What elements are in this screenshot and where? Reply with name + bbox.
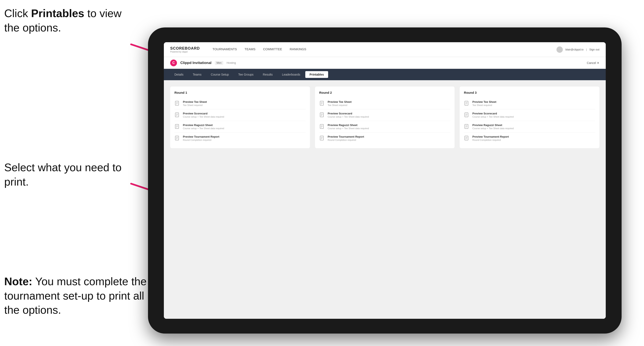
- round-3-scorecard[interactable]: Preview Scorecard Course setup + Tee She…: [464, 109, 595, 121]
- round-2-tee-sheet-sub: Tee Sheet required: [328, 104, 352, 106]
- top-annotation: Click Printables to view the options.: [4, 6, 127, 35]
- round-2-raguzzi-title: Preview Raguzzi Sheet: [328, 124, 369, 127]
- printables-bold: Printables: [31, 7, 84, 19]
- round-1-raguzzi-sub: Course setup + Tee Sheet data required: [183, 127, 224, 130]
- round-1-tee-sheet[interactable]: Preview Tee Sheet Tee Sheet required: [174, 98, 306, 109]
- main-content: Round 1 Preview Tee Sheet Tee Sheet requ…: [164, 80, 606, 319]
- round-2-scorecard-sub: Course setup + Tee Sheet data required: [328, 116, 369, 118]
- round-3-tee-sheet-text: Preview Tee Sheet Tee Sheet required: [472, 100, 496, 106]
- nav-tournaments[interactable]: TOURNAMENTS: [212, 47, 237, 52]
- round-3-raguzzi[interactable]: Preview Raguzzi Sheet Course setup + Tee…: [464, 121, 595, 133]
- top-nav: SCOREBOARD Powered by clippd TOURNAMENTS…: [164, 42, 606, 57]
- tournament-name: Clippd Invitational: [180, 61, 212, 65]
- document-icon: [464, 101, 470, 107]
- tab-details[interactable]: Details: [170, 71, 188, 78]
- round-1-raguzzi[interactable]: Preview Raguzzi Sheet Course setup + Tee…: [174, 121, 306, 133]
- round-3-scorecard-sub: Course setup + Tee Sheet data required: [472, 116, 514, 118]
- round-2-tournament-report[interactable]: Preview Tournament Report Round Completi…: [319, 133, 450, 144]
- rounds-grid: Round 1 Preview Tee Sheet Tee Sheet requ…: [170, 87, 600, 148]
- tab-tee-groups[interactable]: Tee Groups: [234, 71, 258, 78]
- round-1-tournament-report-sub: Round Completion required: [183, 139, 219, 141]
- round-3-raguzzi-text: Preview Raguzzi Sheet Course setup + Tee…: [472, 124, 514, 130]
- top-nav-user: blair@clippd.io | Sign out: [556, 46, 600, 53]
- tab-course-setup[interactable]: Course Setup: [206, 71, 233, 78]
- round-3-tee-sheet[interactable]: Preview Tee Sheet Tee Sheet required: [464, 98, 595, 109]
- scoreboard-logo: SCOREBOARD Powered by clippd: [170, 46, 200, 53]
- round-1-scorecard[interactable]: Preview Scorecard Course setup + Tee She…: [174, 109, 306, 121]
- round-3-title: Round 3: [464, 91, 595, 94]
- tab-results[interactable]: Results: [258, 71, 277, 78]
- tablet-shell: SCOREBOARD Powered by clippd TOURNAMENTS…: [148, 27, 622, 334]
- round-3-scorecard-text: Preview Scorecard Course setup + Tee She…: [472, 112, 514, 118]
- nav-rankings[interactable]: RANKINGS: [290, 47, 306, 52]
- document-icon: [464, 112, 470, 118]
- round-1-scorecard-text: Preview Scorecard Course setup + Tee She…: [183, 112, 224, 118]
- document-icon: [319, 136, 325, 142]
- round-1-title: Round 1: [174, 91, 306, 94]
- round-2-tee-sheet-title: Preview Tee Sheet: [328, 100, 352, 103]
- round-2-tee-sheet-text: Preview Tee Sheet Tee Sheet required: [328, 100, 352, 106]
- round-3-tournament-report-title: Preview Tournament Report: [472, 135, 509, 138]
- tablet-screen: SCOREBOARD Powered by clippd TOURNAMENTS…: [164, 42, 606, 319]
- round-2-tournament-report-sub: Round Completion required: [328, 139, 364, 141]
- round-3-scorecard-title: Preview Scorecard: [472, 112, 514, 115]
- round-2-column: Round 2 Preview Tee Sheet Tee Sheet requ…: [315, 87, 455, 148]
- tournament-badge: Men: [215, 61, 223, 65]
- round-1-scorecard-title: Preview Scorecard: [183, 112, 224, 115]
- document-icon: [319, 101, 325, 107]
- round-1-raguzzi-text: Preview Raguzzi Sheet Course setup + Tee…: [183, 124, 224, 130]
- round-1-scorecard-sub: Course setup + Tee Sheet data required: [183, 116, 224, 118]
- round-1-tournament-report-text: Preview Tournament Report Round Completi…: [183, 135, 219, 141]
- round-2-tournament-report-text: Preview Tournament Report Round Completi…: [328, 135, 364, 141]
- round-1-column: Round 1 Preview Tee Sheet Tee Sheet requ…: [170, 87, 310, 148]
- tab-printables[interactable]: Printables: [305, 71, 328, 78]
- round-1-tee-sheet-text: Preview Tee Sheet Tee Sheet required: [183, 100, 207, 106]
- round-3-raguzzi-title: Preview Raguzzi Sheet: [472, 124, 514, 127]
- document-icon: [319, 112, 325, 118]
- round-2-scorecard[interactable]: Preview Scorecard Course setup + Tee She…: [319, 109, 450, 121]
- round-2-raguzzi-text: Preview Raguzzi Sheet Course setup + Tee…: [328, 124, 369, 130]
- nav-teams[interactable]: TEAMS: [244, 47, 256, 52]
- tournament-status: Hosting: [227, 61, 236, 64]
- round-1-tournament-report[interactable]: Preview Tournament Report Round Completi…: [174, 133, 306, 144]
- document-icon: [174, 112, 180, 118]
- round-3-column: Round 3 Preview Tee Sheet Tee Sheet requ…: [460, 87, 600, 148]
- round-2-title: Round 2: [319, 91, 450, 94]
- scoreboard-sub: Powered by clippd: [170, 51, 200, 53]
- round-2-raguzzi[interactable]: Preview Raguzzi Sheet Course setup + Tee…: [319, 121, 450, 133]
- scoreboard-title: SCOREBOARD: [170, 46, 200, 51]
- nav-committee[interactable]: COMMITTEE: [263, 47, 282, 52]
- user-email: blair@clippd.io: [565, 48, 583, 51]
- middle-annotation: Select what you need to print.: [4, 161, 127, 189]
- cancel-button[interactable]: Cancel ✕: [587, 61, 600, 65]
- document-icon: [174, 124, 180, 130]
- round-3-tournament-report-sub: Round Completion required: [472, 139, 509, 141]
- document-icon: [319, 124, 325, 130]
- round-3-tournament-report[interactable]: Preview Tournament Report Round Completi…: [464, 133, 595, 144]
- round-2-raguzzi-sub: Course setup + Tee Sheet data required: [328, 127, 369, 130]
- document-icon: [464, 124, 470, 130]
- round-1-tee-sheet-title: Preview Tee Sheet: [183, 100, 207, 103]
- tournament-logo: C: [170, 59, 177, 66]
- round-1-tee-sheet-sub: Tee Sheet required: [183, 104, 207, 106]
- round-2-tournament-report-title: Preview Tournament Report: [328, 135, 364, 138]
- round-3-tournament-report-text: Preview Tournament Report Round Completi…: [472, 135, 509, 141]
- round-3-raguzzi-sub: Course setup + Tee Sheet data required: [472, 127, 514, 130]
- round-3-tee-sheet-sub: Tee Sheet required: [472, 104, 496, 106]
- round-1-tournament-report-title: Preview Tournament Report: [183, 135, 219, 138]
- sign-out-link[interactable]: Sign out: [589, 48, 600, 51]
- document-icon: [174, 101, 180, 107]
- round-1-raguzzi-title: Preview Raguzzi Sheet: [183, 124, 224, 127]
- bottom-annotation: Note: You must complete the tournament s…: [4, 274, 148, 317]
- document-icon: [174, 136, 180, 142]
- document-icon: [464, 136, 470, 142]
- round-2-tee-sheet[interactable]: Preview Tee Sheet Tee Sheet required: [319, 98, 450, 109]
- round-2-scorecard-title: Preview Scorecard: [328, 112, 369, 115]
- round-3-tee-sheet-title: Preview Tee Sheet: [472, 100, 496, 103]
- top-nav-links: TOURNAMENTS TEAMS COMMITTEE RANKINGS: [212, 47, 548, 52]
- user-avatar: [556, 46, 563, 53]
- tab-teams[interactable]: Teams: [188, 71, 206, 78]
- round-2-scorecard-text: Preview Scorecard Course setup + Tee She…: [328, 112, 369, 118]
- tab-leaderboards[interactable]: Leaderboards: [278, 71, 304, 78]
- sub-nav: Details Teams Course Setup Tee Groups Re…: [164, 69, 606, 80]
